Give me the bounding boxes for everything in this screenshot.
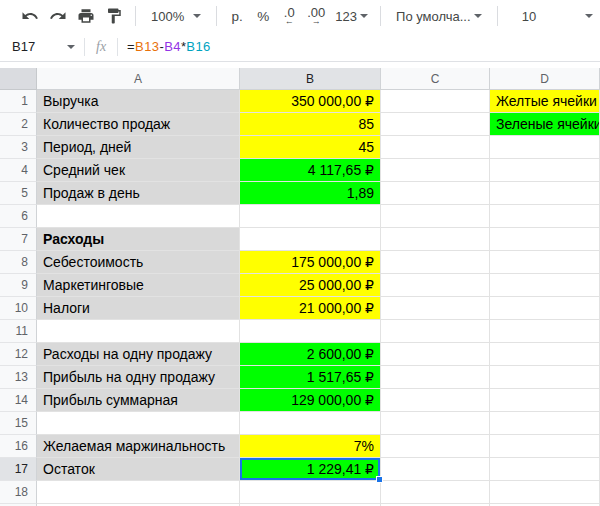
cell-C6[interactable] xyxy=(381,205,490,228)
cell-C5[interactable] xyxy=(381,182,490,205)
row-header-15[interactable]: 15 xyxy=(0,412,37,435)
row-header-11[interactable]: 11 xyxy=(0,320,37,343)
cell-C1[interactable] xyxy=(381,90,490,113)
percent-format-button[interactable]: % xyxy=(250,3,276,29)
cell-B4[interactable]: 4 117,65 ₽ xyxy=(240,159,381,182)
undo-button[interactable] xyxy=(16,3,44,29)
row-header-8[interactable]: 8 xyxy=(0,251,37,274)
cell-A2[interactable]: Количество продаж xyxy=(37,113,240,136)
column-header-d[interactable]: D xyxy=(490,68,600,90)
column-header-b[interactable]: B xyxy=(240,68,381,90)
cell-A11[interactable] xyxy=(37,320,240,343)
paint-format-button[interactable] xyxy=(100,3,128,29)
row-header-18[interactable]: 18 xyxy=(0,481,37,504)
column-header-a[interactable]: A xyxy=(37,68,240,90)
zoom-dropdown[interactable]: 100% xyxy=(143,3,209,29)
cell-A6[interactable] xyxy=(37,205,240,228)
row-header-4[interactable]: 4 xyxy=(0,159,37,182)
cell-D14[interactable] xyxy=(490,389,600,412)
cell-C14[interactable] xyxy=(381,389,490,412)
currency-format-button[interactable]: р. xyxy=(224,3,250,29)
cell-B1[interactable]: 350 000,00 ₽ xyxy=(240,90,381,113)
row-header-6[interactable]: 6 xyxy=(0,205,37,228)
cell-A9[interactable]: Маркетинговые xyxy=(37,274,240,297)
font-family-dropdown[interactable]: По умолча... xyxy=(388,3,490,29)
row-header-14[interactable]: 14 xyxy=(0,389,37,412)
cell-B5[interactable]: 1,89 xyxy=(240,182,381,205)
cell-D1[interactable]: Желтые ячейки xyxy=(490,90,600,113)
fill-handle[interactable] xyxy=(376,476,383,483)
cell-A8[interactable]: Себестоимость xyxy=(37,251,240,274)
cell-D5[interactable] xyxy=(490,182,600,205)
cell-D15[interactable] xyxy=(490,412,600,435)
cell-A4[interactable]: Средний чек xyxy=(37,159,240,182)
cell-C12[interactable] xyxy=(381,343,490,366)
row-header-5[interactable]: 5 xyxy=(0,182,37,205)
cell-C15[interactable] xyxy=(381,412,490,435)
row-header-9[interactable]: 9 xyxy=(0,274,37,297)
cell-D18[interactable] xyxy=(490,481,600,504)
cell-D7[interactable] xyxy=(490,228,600,251)
cell-C4[interactable] xyxy=(381,159,490,182)
cell-B18[interactable] xyxy=(240,481,381,504)
cell-C18[interactable] xyxy=(381,481,490,504)
row-header-17[interactable]: 17 xyxy=(0,458,37,481)
cell-D8[interactable] xyxy=(490,251,600,274)
redo-button[interactable] xyxy=(44,3,72,29)
cell-B16[interactable]: 7% xyxy=(240,435,381,458)
cell-D10[interactable] xyxy=(490,297,600,320)
select-all-corner[interactable] xyxy=(0,68,37,90)
print-button[interactable] xyxy=(72,3,100,29)
cell-D9[interactable] xyxy=(490,274,600,297)
cell-C11[interactable] xyxy=(381,320,490,343)
cell-B17[interactable]: 1 229,41 ₽ xyxy=(240,458,381,481)
cell-B14[interactable]: 129 000,00 ₽ xyxy=(240,389,381,412)
cell-B11[interactable] xyxy=(240,320,381,343)
row-header-12[interactable]: 12 xyxy=(0,343,37,366)
cell-A1[interactable]: Выручка xyxy=(37,90,240,113)
decrease-decimals-button[interactable]: .0 ← xyxy=(276,3,302,29)
cell-B7[interactable] xyxy=(240,228,381,251)
cell-A13[interactable]: Прибыль на одну продажу xyxy=(37,366,240,389)
row-header-3[interactable]: 3 xyxy=(0,136,37,159)
cell-D2[interactable]: Зеленые ячейки xyxy=(490,113,600,136)
row-header-7[interactable]: 7 xyxy=(0,228,37,251)
cell-C8[interactable] xyxy=(381,251,490,274)
cell-A18[interactable] xyxy=(37,481,240,504)
cell-B3[interactable]: 45 xyxy=(240,136,381,159)
cell-A16[interactable]: Желаемая маржинальность xyxy=(37,435,240,458)
row-header-10[interactable]: 10 xyxy=(0,297,37,320)
row-header-1[interactable]: 1 xyxy=(0,90,37,113)
cell-B8[interactable]: 175 000,00 ₽ xyxy=(240,251,381,274)
cell-C2[interactable] xyxy=(381,113,490,136)
number-format-dropdown[interactable]: 123 xyxy=(330,3,373,29)
cell-B9[interactable]: 25 000,00 ₽ xyxy=(240,274,381,297)
cell-D4[interactable] xyxy=(490,159,600,182)
cell-C17[interactable] xyxy=(381,458,490,481)
increase-decimals-button[interactable]: .00 → xyxy=(302,3,330,29)
cell-C10[interactable] xyxy=(381,297,490,320)
cell-A17[interactable]: Остаток xyxy=(37,458,240,481)
row-header-13[interactable]: 13 xyxy=(0,366,37,389)
row-header-16[interactable]: 16 xyxy=(0,435,37,458)
cell-D12[interactable] xyxy=(490,343,600,366)
cell-A3[interactable]: Период, дней xyxy=(37,136,240,159)
cell-B10[interactable]: 21 000,00 ₽ xyxy=(240,297,381,320)
cell-D16[interactable] xyxy=(490,435,600,458)
column-header-c[interactable]: C xyxy=(381,68,490,90)
cell-B6[interactable] xyxy=(240,205,381,228)
cell-A12[interactable]: Расходы на одну продажу xyxy=(37,343,240,366)
cell-D17[interactable] xyxy=(490,458,600,481)
cell-A7[interactable]: Расходы xyxy=(37,228,240,251)
row-header-2[interactable]: 2 xyxy=(0,113,37,136)
cell-B13[interactable]: 1 517,65 ₽ xyxy=(240,366,381,389)
cell-A5[interactable]: Продаж в день xyxy=(37,182,240,205)
cell-D13[interactable] xyxy=(490,366,600,389)
cell-A15[interactable] xyxy=(37,412,240,435)
more-toolbar-chevron-icon[interactable] xyxy=(585,14,593,18)
formula-input[interactable]: =B13-B4*B16 xyxy=(118,39,211,54)
cell-D11[interactable] xyxy=(490,320,600,343)
cell-C9[interactable] xyxy=(381,274,490,297)
font-size-value[interactable]: 10 xyxy=(505,3,553,29)
cell-D3[interactable] xyxy=(490,136,600,159)
